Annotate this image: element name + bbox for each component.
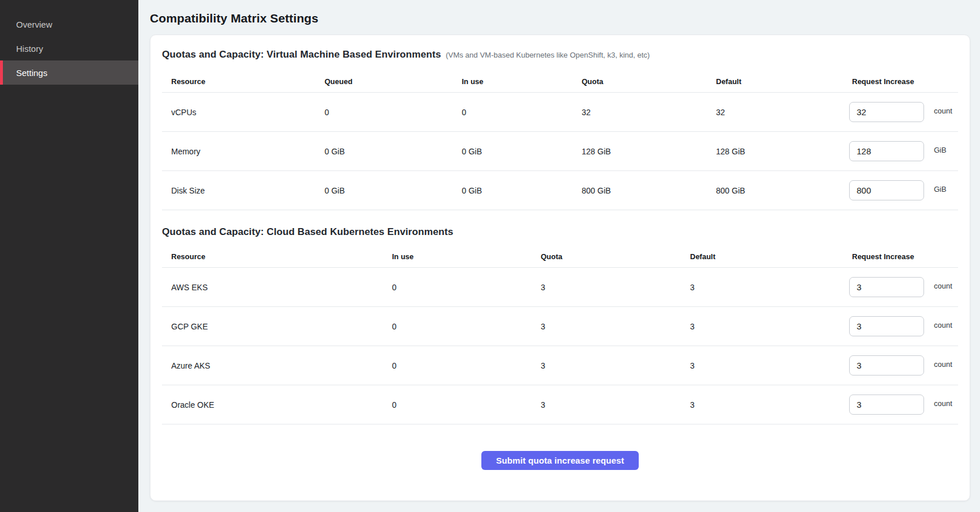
unit-label: GiB: [924, 146, 958, 154]
request-increase-input[interactable]: [849, 355, 924, 376]
unit-label: count: [924, 282, 958, 290]
in-use-value: 0: [392, 400, 541, 409]
default-value: 800 GiB: [716, 186, 840, 195]
unit-label: count: [924, 360, 958, 369]
request-increase-cell: [840, 316, 924, 336]
default-value: 128 GiB: [716, 147, 840, 156]
column-header-resource: Resource: [162, 252, 392, 261]
column-header-request-increase: Request Increase: [840, 252, 958, 261]
vm-section-title: Quotas and Capacity: Virtual Machine Bas…: [162, 49, 441, 60]
sidebar-item-label: Overview: [16, 20, 52, 29]
submit-quota-increase-button[interactable]: Submit quota increase request: [481, 451, 638, 470]
in-use-value: 0: [392, 322, 541, 331]
request-increase-input[interactable]: [849, 316, 924, 336]
table-row-memory: Memory 0 GiB 0 GiB 128 GiB 128 GiB GiB: [162, 132, 958, 171]
request-increase-input[interactable]: [849, 395, 924, 415]
resource-name: Memory: [162, 147, 325, 156]
quota-value: 800 GiB: [582, 186, 716, 195]
cloud-quota-table: Resource In use Quota Default Request In…: [162, 246, 958, 424]
queued-value: 0 GiB: [325, 147, 462, 156]
request-increase-input[interactable]: [849, 141, 924, 161]
default-value: 3: [690, 322, 840, 331]
request-increase-cell: [840, 355, 924, 376]
quota-value: 128 GiB: [582, 147, 716, 156]
unit-label: count: [924, 321, 958, 329]
vm-quota-table: Resource Queued In use Quota Default Req…: [162, 71, 958, 210]
quota-value: 3: [541, 400, 690, 409]
sidebar-item-settings[interactable]: Settings: [0, 60, 138, 85]
quota-value: 3: [541, 322, 690, 331]
quota-value: 3: [541, 283, 690, 292]
default-value: 32: [716, 108, 840, 117]
queued-value: 0: [325, 108, 462, 117]
vm-section-subtitle: (VMs and VM-based Kubernetes like OpenSh…: [446, 51, 650, 59]
in-use-value: 0: [392, 361, 541, 370]
in-use-value: 0: [462, 108, 582, 117]
resource-name: GCP GKE: [162, 322, 392, 331]
cloud-table-header: Resource In use Quota Default Request In…: [162, 246, 958, 268]
quota-value: 32: [582, 108, 716, 117]
submit-row: Submit quota increase request: [162, 451, 958, 470]
table-row-oracle-oke: Oracle OKE 0 3 3 count: [162, 385, 958, 424]
column-header-queued: Queued: [325, 77, 462, 86]
column-header-default: Default: [690, 252, 840, 261]
vm-section-heading: Quotas and Capacity: Virtual Machine Bas…: [162, 49, 958, 60]
sidebar-item-history[interactable]: History: [0, 36, 138, 60]
page-title: Compatibility Matrix Settings: [150, 12, 970, 25]
column-header-in-use: In use: [462, 77, 582, 86]
request-increase-input[interactable]: [849, 102, 924, 122]
request-increase-cell: [840, 102, 924, 122]
in-use-value: 0: [392, 283, 541, 292]
request-increase-cell: [840, 141, 924, 161]
cloud-section-heading: Quotas and Capacity: Cloud Based Kuberne…: [162, 226, 958, 238]
default-value: 3: [690, 283, 840, 292]
sidebar-item-overview[interactable]: Overview: [0, 12, 138, 36]
column-header-in-use: In use: [392, 252, 541, 261]
table-row-azure-aks: Azure AKS 0 3 3 count: [162, 346, 958, 385]
request-increase-cell: [840, 180, 924, 200]
request-increase-input[interactable]: [849, 180, 924, 200]
table-row-aws-eks: AWS EKS 0 3 3 count: [162, 268, 958, 307]
main-content: Compatibility Matrix Settings Quotas and…: [138, 0, 980, 512]
vm-table-header: Resource Queued In use Quota Default Req…: [162, 71, 958, 93]
resource-name: Azure AKS: [162, 361, 392, 370]
in-use-value: 0 GiB: [462, 186, 582, 195]
table-row-vcpus: vCPUs 0 0 32 32 count: [162, 93, 958, 132]
table-row-disk-size: Disk Size 0 GiB 0 GiB 800 GiB 800 GiB Gi…: [162, 171, 958, 210]
sidebar-item-label: History: [16, 44, 43, 54]
default-value: 3: [690, 400, 840, 409]
request-increase-cell: [840, 395, 924, 415]
column-header-default: Default: [716, 77, 840, 86]
request-increase-cell: [840, 277, 924, 297]
column-header-quota: Quota: [541, 252, 690, 261]
default-value: 3: [690, 361, 840, 370]
unit-label: GiB: [924, 185, 958, 194]
request-increase-input[interactable]: [849, 277, 924, 297]
column-header-request-increase: Request Increase: [840, 77, 958, 86]
sidebar: Overview History Settings: [0, 0, 138, 512]
column-header-quota: Quota: [582, 77, 716, 86]
sidebar-item-label: Settings: [16, 68, 47, 78]
cloud-section-title: Quotas and Capacity: Cloud Based Kuberne…: [162, 226, 453, 238]
queued-value: 0 GiB: [325, 186, 462, 195]
resource-name: Disk Size: [162, 186, 325, 195]
in-use-value: 0 GiB: [462, 147, 582, 156]
table-row-gcp-gke: GCP GKE 0 3 3 count: [162, 307, 958, 346]
quota-value: 3: [541, 361, 690, 370]
resource-name: Oracle OKE: [162, 400, 392, 409]
resource-name: AWS EKS: [162, 283, 392, 292]
unit-label: count: [924, 107, 958, 115]
unit-label: count: [924, 399, 958, 408]
resource-name: vCPUs: [162, 108, 325, 117]
column-header-resource: Resource: [162, 77, 325, 86]
settings-card: Quotas and Capacity: Virtual Machine Bas…: [150, 35, 970, 501]
